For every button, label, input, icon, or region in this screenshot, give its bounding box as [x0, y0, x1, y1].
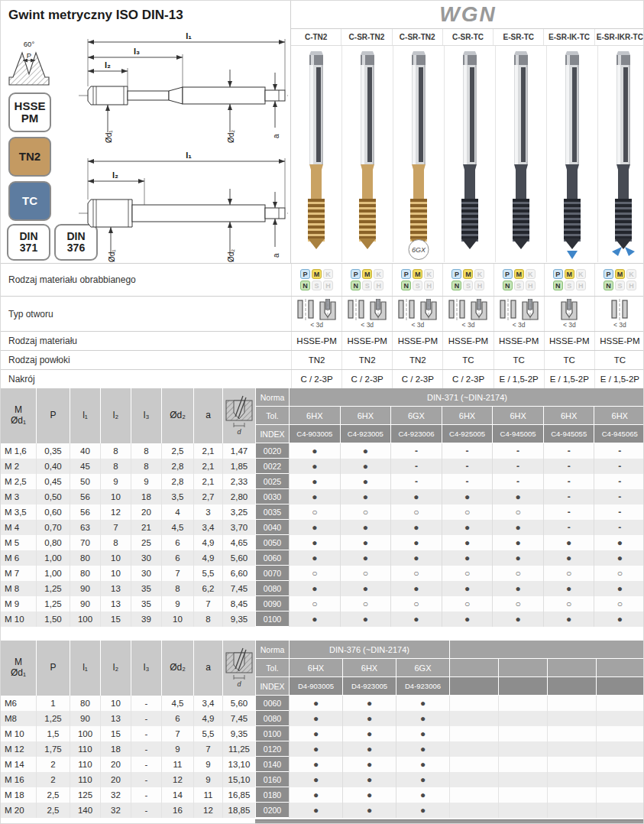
- attribute-value-cell: PMKNSH: [594, 264, 644, 296]
- badge-row: PMK: [604, 269, 636, 279]
- availability-cell: ●: [492, 612, 543, 627]
- din376-size-table: MØd₁Pl₁l₂l₃Ød₂a d NormaDIN-376 (~DIN-217…: [1, 641, 644, 818]
- attribute-row-label: Rodzaj materiału: [1, 332, 291, 350]
- workpiece-material-badges: PMKNSH: [351, 269, 383, 290]
- attribute-row: NakrójC / 2-3PC / 2-3PC / 2-3PC / 2-3PE …: [1, 369, 644, 388]
- dimension-cell: 9: [131, 474, 161, 489]
- availability-cell: ●: [492, 581, 543, 596]
- availability-cell-empty: [547, 803, 596, 818]
- availability-cell: -: [492, 459, 543, 474]
- dimension-cell: -: [131, 787, 161, 803]
- availability-cell-empty: [498, 787, 547, 803]
- dimension-cell: 5,60: [222, 696, 255, 711]
- dimension-cell: 4,5: [161, 696, 193, 711]
- attribute-value-cell: HSSE-PM: [544, 332, 594, 350]
- availability-cell: ●: [340, 550, 391, 566]
- availability-cell-empty: [547, 696, 596, 711]
- workpiece-material-badge: M: [463, 269, 473, 279]
- product-image-cell: [341, 46, 393, 262]
- badge-row: PMK: [401, 269, 434, 279]
- through-hole-icon: [296, 299, 315, 322]
- badge-line: HSSE: [15, 100, 46, 112]
- availability-cell-empty: [449, 741, 498, 757]
- attribute-value-cell: < 3d: [442, 297, 493, 331]
- din376-dimension-drawing: l₁ l₂ Ød₁ Ød₂ a: [77, 146, 290, 262]
- availability-cell-empty: [596, 787, 644, 803]
- dimension-cell: 8: [193, 612, 222, 627]
- workpiece-material-badge: S: [312, 281, 322, 290]
- workpiece-material-badge: M: [312, 269, 322, 279]
- availability-cell: -: [390, 459, 442, 474]
- order-code-cell: 0022: [255, 459, 289, 474]
- availability-cell: ●: [442, 581, 493, 596]
- order-code-cell: 0020: [255, 443, 289, 459]
- dimension-cell: 80: [70, 696, 100, 711]
- attribute-row-label: Rodzaj powłoki: [1, 351, 291, 369]
- availability-cell: ●: [289, 741, 342, 757]
- availability-cell-empty: [449, 772, 498, 787]
- tolerance-cell: 6HX: [543, 407, 594, 425]
- availability-cell-empty: [449, 726, 498, 741]
- dimension-cell: 0,40: [36, 459, 70, 474]
- dimension-cell: 20: [100, 772, 131, 787]
- availability-cell-empty: [596, 772, 644, 787]
- availability-cell-empty: [596, 711, 644, 726]
- dimension-cell: 90: [70, 596, 100, 612]
- availability-cell: -: [543, 504, 594, 520]
- workpiece-material-badge: K: [626, 269, 636, 279]
- dimension-cell: M 10: [1, 612, 36, 627]
- availability-cell: ●: [340, 535, 391, 550]
- attribute-value-cell: TN2: [341, 351, 392, 369]
- workpiece-material-badges: PMKNSH: [503, 269, 536, 290]
- dimension-cell: 3,70: [222, 520, 255, 535]
- index-code-cell: C4-945005: [492, 425, 543, 443]
- availability-cell: ●: [396, 757, 449, 772]
- dim-l2: l₂: [112, 170, 118, 180]
- availability-cell: ●: [342, 696, 396, 711]
- dim-d2: Ød₂: [227, 249, 235, 262]
- dimension-cell: 80: [70, 550, 100, 566]
- table-body: M618010-4,53,45,600060●●●M81,259013-64,9…: [1, 696, 644, 818]
- dimension-cell: 16,85: [222, 787, 255, 803]
- dimension-cell: -: [131, 711, 161, 726]
- dimension-cell: 32: [100, 787, 131, 803]
- through-hole-icon: [610, 299, 629, 322]
- product-image-cell: 6GX: [393, 46, 444, 262]
- dimension-cell: 30: [131, 550, 161, 566]
- dimension-cell: 35: [131, 596, 161, 612]
- workpiece-material-badge: M: [362, 269, 372, 279]
- availability-cell-empty: [547, 772, 596, 787]
- workpiece-material-badge: S: [413, 281, 422, 290]
- dimension-cell: 1,00: [36, 566, 70, 581]
- norma-banner: DIN-376 (~DIN-2174): [289, 641, 449, 659]
- availability-cell: ●: [342, 726, 396, 741]
- hole-depth-note: < 3d: [310, 322, 323, 329]
- availability-cell: ●: [442, 489, 493, 504]
- dimension-cell: 9: [161, 596, 193, 612]
- availability-cell: ●: [340, 443, 391, 459]
- column-header-cell: l₃: [131, 388, 161, 443]
- dimension-cell: 15,10: [222, 772, 255, 787]
- table-header: MØd₁Pl₁l₂l₃Ød₂a d NormaDIN-371 (~DIN-217…: [1, 388, 644, 443]
- dimension-cell: M 4: [1, 520, 36, 535]
- attribute-row: Rodzaj powłokiTN2TN2TN2TCTCTCTC: [1, 350, 644, 369]
- workpiece-material-badge: K: [424, 269, 434, 279]
- dimension-cell: 2,80: [222, 489, 255, 504]
- blind-hole-icon: [521, 299, 539, 322]
- dim-d1: Ød₁: [108, 249, 116, 262]
- availability-cell: ○: [340, 566, 391, 581]
- dimension-cell: 6: [161, 711, 193, 726]
- dimension-cell: 8: [161, 581, 193, 596]
- availability-cell: ○: [492, 504, 543, 520]
- index-code-cell: D4-903005: [289, 677, 342, 696]
- workpiece-material-badge: N: [451, 281, 461, 290]
- table-row: M 40,70637214,53,43,700040●●●●●--: [1, 520, 644, 535]
- attribute-value-cell: HSSE-PM: [392, 332, 442, 350]
- dimension-cell: 11: [161, 757, 193, 772]
- column-header-cell: MØd₁: [1, 388, 36, 443]
- product-image-cell: [291, 46, 341, 262]
- dimension-cell: 7,45: [222, 581, 255, 596]
- tolerance-cell: 6HX: [492, 407, 543, 425]
- order-code-cell: 0180: [255, 787, 289, 803]
- availability-cell: ●: [543, 550, 594, 566]
